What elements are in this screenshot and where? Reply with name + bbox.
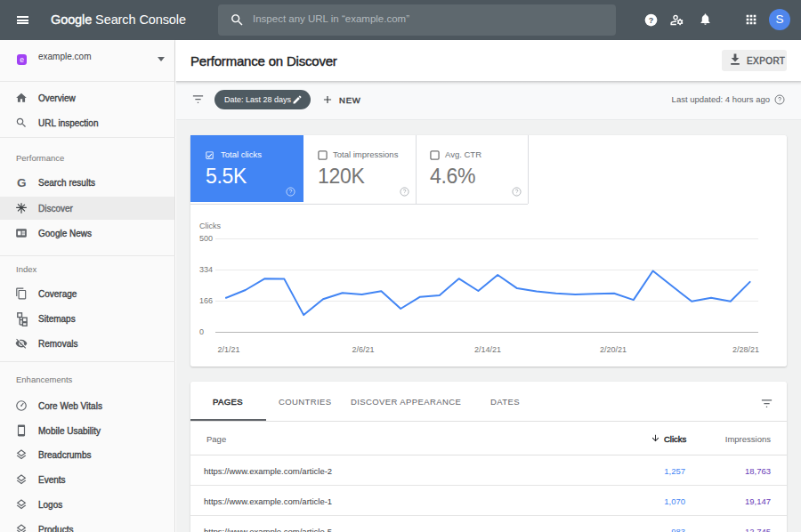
svg-text:?: ? [649, 16, 654, 25]
